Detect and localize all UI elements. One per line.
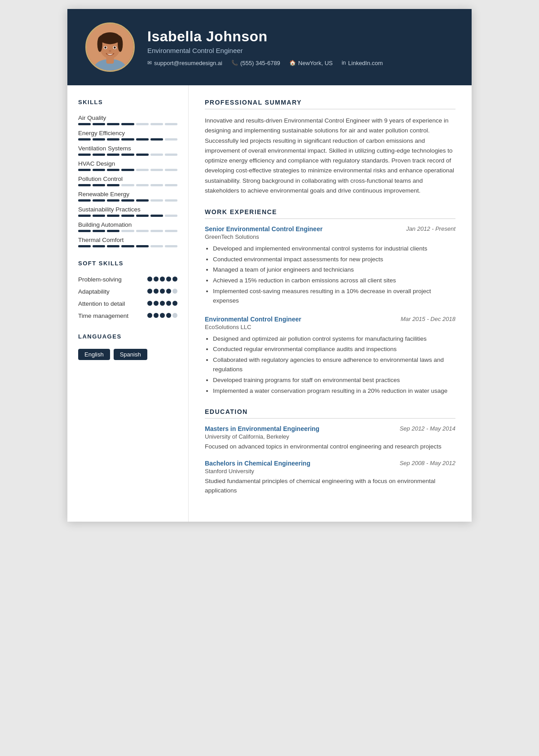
dot [166, 313, 171, 318]
job-dates: Mar 2015 - Dec 2018 [401, 316, 455, 322]
soft-skill-item: Attention to detail [78, 300, 177, 308]
education-school: University of California, Berkeley [205, 433, 455, 440]
skill-bar-segment [165, 123, 177, 125]
dot [147, 301, 152, 306]
dot [166, 301, 171, 306]
education-entry: Masters in Environmental EngineeringSep … [205, 425, 455, 452]
experience-heading: WORK EXPERIENCE [205, 208, 455, 219]
skill-bar [78, 199, 177, 202]
skill-bar-segment [93, 230, 105, 232]
skill-bar-segment [165, 245, 177, 247]
dot [160, 289, 165, 294]
skill-item: Renewable Energy [78, 191, 177, 202]
dots-container [147, 288, 177, 294]
skill-bar-segment [78, 230, 91, 232]
skill-bar-segment [78, 245, 91, 247]
soft-skill-item: Adaptability [78, 288, 177, 296]
skill-bar-segment [165, 138, 177, 141]
language-tag: English [78, 349, 110, 360]
summary-heading: PROFESSIONAL SUMMARY [205, 99, 455, 110]
skill-bar-segment [136, 123, 149, 125]
contact-phone: 📞 (555) 345-6789 [231, 60, 280, 66]
skill-bar-segment [93, 123, 105, 125]
phone-icon: 📞 [231, 60, 238, 66]
dot [154, 289, 159, 294]
contact-location: 🏠 NewYork, US [289, 60, 333, 66]
skill-item: HVAC Design [78, 160, 177, 171]
education-dates: Sep 2008 - May 2012 [400, 460, 455, 466]
skill-bar-segment [121, 199, 134, 202]
candidate-name: Isabella Johnson [147, 28, 383, 45]
skill-bar-segment [165, 169, 177, 171]
job-bullets: Developed and implemented environmental … [205, 244, 455, 306]
dot [172, 301, 177, 306]
skill-bar-segment [150, 123, 163, 125]
list-item: Managed a team of junior engineers and t… [213, 265, 455, 275]
contact-linkedin: in LinkedIn.com [342, 60, 383, 66]
job-header: Senior Environmental Control EngineerJan… [205, 225, 455, 233]
skill-name: Energy Efficiency [78, 130, 177, 136]
skills-list: Air QualityEnergy EfficiencyVentilation … [78, 114, 177, 247]
skill-bar-segment [150, 215, 163, 217]
list-item: Developed training programs for staff on… [213, 375, 455, 385]
svg-point-10 [104, 47, 106, 49]
location-icon: 🏠 [289, 60, 296, 66]
main-content: PROFESSIONAL SUMMARY Innovative and resu… [189, 85, 472, 522]
skill-bar-segment [136, 245, 149, 247]
skill-name: Thermal Comfort [78, 237, 177, 243]
skill-bar-segment [78, 199, 91, 202]
soft-skills-list: Problem-solvingAdaptabilityAttention to … [78, 276, 177, 321]
dot [166, 277, 171, 281]
skills-title: SKILLS [78, 99, 177, 107]
list-item: Collaborated with regulatory agencies to… [213, 355, 455, 374]
soft-skill-name: Time management [78, 312, 147, 321]
job-company: GreenTech Solutions [205, 233, 455, 240]
skill-item: Air Quality [78, 114, 177, 125]
education-section: EDUCATION Masters in Environmental Engin… [205, 408, 455, 496]
skill-bar-segment [121, 215, 134, 217]
skill-bar-segment [136, 169, 149, 171]
contact-email: ✉ support@resumedesign.ai [147, 60, 222, 66]
list-item: Implemented cost-saving measures resulti… [213, 286, 455, 306]
skill-bar-segment [93, 199, 105, 202]
skill-bar-segment [93, 154, 105, 156]
dot [172, 313, 177, 318]
skill-bar-segment [136, 215, 149, 217]
skill-bar-segment [107, 169, 119, 171]
skill-bar-segment [107, 154, 119, 156]
dot [147, 289, 152, 294]
skill-bar-segment [107, 184, 119, 186]
skill-item: Energy Efficiency [78, 130, 177, 141]
soft-skill-item: Time management [78, 312, 177, 321]
skill-item: Sustainability Practices [78, 206, 177, 217]
job-dates: Jan 2012 - Present [406, 225, 455, 232]
contact-row: ✉ support@resumedesign.ai 📞 (555) 345-67… [147, 60, 383, 66]
education-degree: Bachelors in Chemical Engineering [205, 460, 310, 467]
skill-bar [78, 245, 177, 247]
job-title: Senior Environmental Control Engineer [205, 225, 323, 233]
skill-bar [78, 138, 177, 141]
list-item: Designed and optimized air pollution con… [213, 334, 455, 344]
language-tags: EnglishSpanish [78, 349, 177, 360]
job-company: EcoSolutions LLC [205, 324, 455, 330]
skill-name: Sustainability Practices [78, 206, 177, 213]
skill-item: Building Automation [78, 221, 177, 232]
skill-name: Air Quality [78, 114, 177, 121]
skill-bar-segment [121, 169, 134, 171]
header: Isabella Johnson Environmental Control E… [67, 9, 472, 85]
skill-bar-segment [121, 245, 134, 247]
skill-bar [78, 154, 177, 156]
soft-skills-title: SOFT SKILLS [78, 260, 177, 268]
languages-title: LANGUAGES [78, 333, 177, 342]
skill-bar [78, 123, 177, 125]
job-bullets: Designed and optimized air pollution con… [205, 334, 455, 396]
list-item: Conducted regular environmental complian… [213, 344, 455, 354]
skill-bar [78, 184, 177, 186]
skill-bar-segment [136, 199, 149, 202]
skill-bar-segment [165, 215, 177, 217]
dots-container [147, 300, 177, 306]
skill-bar-segment [78, 154, 91, 156]
dot [154, 301, 159, 306]
dot [147, 277, 152, 281]
dot [154, 277, 159, 281]
